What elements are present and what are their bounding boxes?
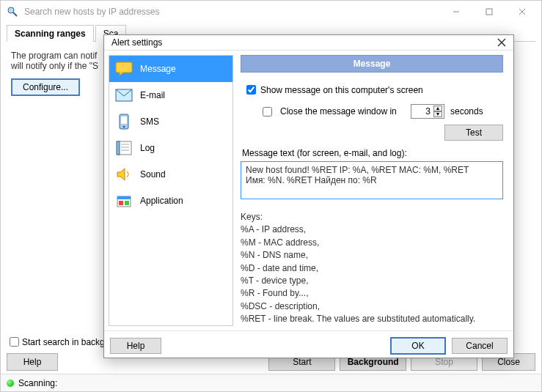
sidebar-item-log[interactable]: Log [109,135,232,161]
keys-title: Keys: [241,211,503,223]
svg-point-12 [123,126,125,128]
svg-rect-13 [118,141,131,155]
dialog-body: Message E-mail SMS Log Sound [104,50,513,330]
key-line: %N - DNS name, [241,249,503,262]
svg-rect-8 [116,62,132,73]
main-window: Search new hosts by IP addresses Scannin… [0,0,542,392]
spinner-down-icon[interactable]: ▼ [433,111,442,117]
titlebar: Search new hosts by IP addresses [1,1,541,23]
sidebar-item-label: Message [140,64,176,74]
status-text: Scanning: [18,378,57,388]
key-line: %RET - line break. The values are substi… [241,313,503,325]
application-icon [115,192,133,210]
svg-rect-11 [121,117,127,124]
sms-icon [115,113,133,130]
test-button[interactable]: Test [444,125,503,141]
statusbar: Scanning: [1,374,541,391]
sidebar-item-label: Log [140,143,155,153]
key-line: %DSC - description, [241,300,503,313]
status-indicator-icon [7,380,14,387]
alert-type-sidebar: Message E-mail SMS Log Sound [109,55,233,326]
sidebar-item-label: E-mail [140,90,165,100]
start-in-background-checkbox[interactable] [10,337,19,347]
key-line: %D - date and time, [241,262,503,275]
email-icon [115,86,133,104]
spinner-up-icon[interactable]: ▲ [433,106,442,111]
dialog-button-bar: Help OK Cancel [104,330,513,360]
key-line: %M - MAC address, [241,237,503,249]
ok-button[interactable]: OK [390,337,446,355]
key-line: %T - device type, [241,275,503,287]
key-line: %R - Found by..., [241,287,503,300]
alert-settings-dialog: Alert settings Message E-mail SMS [103,34,514,358]
close-window-row: Close the message window in ▲ ▼ seconds [260,104,503,119]
window-controls [439,1,538,22]
log-icon [115,139,133,157]
close-button[interactable] [505,1,538,22]
svg-rect-14 [117,141,120,155]
svg-rect-20 [119,201,123,205]
show-message-label: Show message on this computer's screen [260,85,423,95]
dialog-help-button[interactable]: Help [110,338,161,354]
key-line: %A - IP address, [241,223,503,236]
sidebar-item-sms[interactable]: SMS [109,108,232,135]
show-message-row: Show message on this computer's screen [243,83,503,97]
sidebar-item-label: Application [140,196,183,206]
dialog-close-button[interactable] [494,35,509,50]
start-in-background-label: Start search in backgro [22,337,112,347]
show-message-checkbox[interactable] [246,85,256,95]
tab-scanning-ranges[interactable]: Scanning ranges [7,25,94,42]
dialog-title: Alert settings [111,37,494,48]
close-seconds-unit: seconds [450,106,483,117]
close-window-label: Close the message window in [280,106,405,117]
svg-rect-21 [125,201,129,205]
cancel-button[interactable]: Cancel [452,338,508,354]
message-text-label: Message text (for screen, e-mail, and lo… [242,148,503,158]
keys-help: Keys: %A - IP address, %M - MAC address,… [241,211,503,326]
close-seconds-input[interactable] [413,106,432,117]
panel-header: Message [241,55,503,73]
sidebar-item-message[interactable]: Message [109,56,232,82]
message-icon [115,60,133,78]
app-icon [7,6,18,18]
close-window-checkbox[interactable] [263,107,272,117]
maximize-button[interactable] [472,1,505,22]
configure-button[interactable]: Configure... [11,78,80,96]
dialog-titlebar: Alert settings [104,35,513,50]
window-title: Search new hosts by IP addresses [24,7,439,17]
close-seconds-spinner[interactable]: ▲ ▼ [411,104,444,119]
sidebar-item-email[interactable]: E-mail [109,82,232,108]
minimize-button[interactable] [439,1,472,22]
sidebar-item-sound[interactable]: Sound [109,161,232,188]
sidebar-item-label: Sound [140,169,166,180]
sidebar-item-label: SMS [140,117,159,127]
svg-point-0 [8,7,14,13]
svg-rect-3 [486,9,492,15]
svg-rect-19 [117,196,131,199]
help-button[interactable]: Help [7,353,58,371]
message-text-area[interactable]: New host found! %RET IP: %A, %RET MAC: %… [241,161,503,199]
svg-line-1 [13,12,17,16]
sound-icon [115,166,133,183]
settings-panel: Message Show message on this computer's … [238,51,513,330]
sidebar-item-application[interactable]: Application [109,188,232,214]
